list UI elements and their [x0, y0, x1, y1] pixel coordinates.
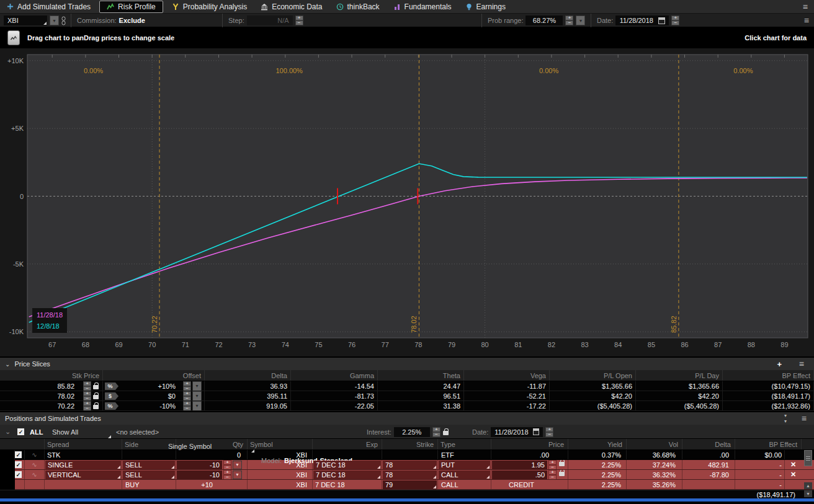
strike-dropdown[interactable]: 78 — [383, 471, 437, 479]
tab-economic-data[interactable]: Economic Data — [254, 0, 329, 14]
offset-stepper[interactable]: +− — [183, 381, 191, 391]
menu-icon[interactable]: ≡ — [799, 361, 804, 367]
qty-stepper[interactable]: +− — [223, 470, 231, 479]
prob-range-dropdown-arrow[interactable]: ▼ — [576, 15, 585, 25]
prob-range-stepper[interactable]: +− — [565, 15, 573, 25]
menu-icon[interactable]: ≡ — [803, 4, 814, 10]
risk-chart-svg[interactable]: +10K+5K0-5K-10K6768697071727374757677787… — [0, 48, 814, 356]
strike-dropdown[interactable]: 78 — [383, 461, 437, 469]
stk-price-stepper[interactable]: +− — [83, 401, 91, 410]
qty-input[interactable]: -10 — [177, 471, 222, 479]
show-all-dropdown[interactable]: Show All — [52, 425, 112, 439]
row-select-cell[interactable] — [0, 450, 15, 460]
offset-dropdown-arrow[interactable]: ▼ — [192, 391, 202, 400]
strike-input[interactable]: 79 — [383, 480, 437, 489]
spread-cell[interactable]: VERTICAL — [45, 470, 122, 479]
type-cell[interactable]: CALL — [438, 470, 491, 479]
commission-dropdown[interactable]: Commission: Exclude — [71, 14, 814, 27]
symbol-dropdown-arrow[interactable]: ▼ — [50, 15, 59, 25]
symbol-mode-dropdown[interactable]: Single Symbol — [168, 439, 255, 453]
row-checkbox[interactable]: ✓ — [15, 451, 22, 458]
collapse-chevron-icon[interactable]: ⌄ — [5, 425, 11, 439]
qty-dropdown-arrow[interactable]: ▼ — [233, 461, 242, 469]
type-dropdown[interactable]: CALL — [439, 471, 490, 479]
row-select-cell[interactable] — [0, 480, 15, 490]
offset-mode-badge[interactable]: % — [105, 382, 115, 390]
scroll-down-button[interactable]: ▼ — [804, 490, 812, 497]
lock-icon[interactable] — [443, 431, 449, 435]
tab-earnings[interactable]: Earnings — [458, 0, 512, 14]
risk-profile-chart[interactable]: +10K+5K0-5K-10K6768697071727374757677787… — [0, 48, 814, 356]
exp-dropdown[interactable]: 7 DEC 18 — [313, 471, 381, 479]
strike-cell[interactable]: 79 — [382, 480, 438, 489]
lock-icon[interactable] — [93, 405, 99, 409]
row-select-cell[interactable] — [0, 460, 15, 470]
chart-style-button[interactable] — [7, 30, 20, 45]
exp-cell[interactable]: 7 DEC 18 — [313, 470, 382, 479]
offset-stepper[interactable]: +− — [183, 391, 191, 400]
add-slice-icon[interactable]: + — [777, 360, 782, 369]
scroll-up-button[interactable]: ▲ — [804, 482, 812, 489]
qty-dropdown-arrow[interactable]: ▼ — [233, 471, 242, 479]
positions-date-input[interactable]: 11/28/2018 — [491, 427, 543, 437]
menu-icon[interactable]: ≡ — [802, 415, 807, 422]
interest-input[interactable]: 2.25% — [394, 427, 430, 437]
spread-dropdown[interactable]: SINGLE — [45, 461, 121, 469]
calendar-icon[interactable] — [533, 428, 540, 435]
symbol-input[interactable]: XBI — [4, 15, 47, 25]
lock-icon[interactable] — [559, 472, 565, 476]
select-all-checkbox[interactable]: ✓ — [17, 425, 24, 439]
calendar-icon[interactable] — [658, 17, 665, 24]
tab-fundamentals[interactable]: Fundamentals — [387, 0, 458, 14]
row-checkbox[interactable]: ✓ — [15, 461, 22, 468]
lock-icon[interactable] — [93, 395, 99, 399]
symbol-combo[interactable]: XBI ▼ — [4, 14, 59, 27]
offset-dropdown-arrow[interactable]: ▼ — [192, 381, 202, 391]
offset-dropdown-arrow[interactable]: ▼ — [192, 401, 202, 410]
tab-risk-profile[interactable]: Risk Profile — [99, 1, 163, 13]
spread-cell[interactable]: SINGLE — [45, 460, 122, 469]
interest-stepper[interactable]: +− — [432, 427, 441, 437]
positions-date-stepper[interactable]: +− — [545, 427, 553, 437]
strike-cell[interactable]: 78 — [382, 470, 438, 479]
stk-price-stepper[interactable]: +− — [83, 391, 91, 400]
lock-icon[interactable] — [93, 385, 99, 389]
collapse-chevron-icon[interactable]: ⌄ — [5, 361, 10, 368]
qty-input[interactable]: -10 — [177, 461, 222, 469]
tab-add-simulated-trades[interactable]: Add Simulated Trades — [0, 0, 97, 14]
qty-stepper[interactable]: +− — [223, 460, 231, 469]
date-stepper[interactable]: +− — [671, 15, 679, 25]
side-dropdown[interactable]: SELL — [123, 471, 175, 479]
offset-mode-badge[interactable]: $ — [105, 392, 115, 400]
exp-dropdown[interactable]: 7 DEC 18 — [313, 461, 381, 469]
date-input[interactable]: 11/28/2018 — [615, 15, 669, 25]
step-input[interactable]: N/A — [247, 15, 293, 25]
side-dropdown[interactable]: SELL — [123, 461, 175, 469]
menu-icon[interactable]: ≡ — [804, 17, 809, 24]
row-select-cell[interactable] — [0, 470, 15, 480]
toolbar-menu[interactable]: ≡ — [804, 14, 809, 27]
stk-price-stepper[interactable]: +− — [83, 381, 91, 391]
offset-mode-badge[interactable]: % — [105, 402, 115, 410]
price-input[interactable]: .50 — [492, 471, 547, 479]
side-cell[interactable]: BUY — [122, 480, 176, 489]
side-cell[interactable]: SELL — [122, 460, 176, 469]
tab-thinkback[interactable]: thinkBack — [329, 0, 387, 14]
exp-cell[interactable]: 7 DEC 18 — [313, 460, 382, 469]
delete-cell[interactable]: ✕ — [785, 470, 802, 479]
prob-range-input[interactable]: 68.27% — [526, 15, 563, 25]
delete-trade-icon[interactable]: ✕ — [790, 471, 796, 479]
vertical-scrollbar[interactable]: ▲ ▼ — [803, 450, 813, 497]
collapse-all-icon[interactable]: ▾▾ — [784, 413, 787, 424]
row-checkbox[interactable]: ✓ — [15, 471, 22, 478]
spread-dropdown[interactable]: VERTICAL — [45, 471, 121, 479]
side-cell[interactable]: SELL — [122, 470, 176, 479]
type-cell[interactable]: PUT — [438, 460, 491, 469]
step-stepper[interactable]: +− — [295, 15, 303, 25]
strike-cell[interactable]: 78 — [382, 460, 438, 469]
offset-stepper[interactable]: +− — [183, 401, 191, 410]
scrollbar-thumb[interactable] — [804, 450, 812, 466]
lock-icon[interactable] — [559, 462, 565, 466]
tab-probability-analysis[interactable]: Probability Analysis — [165, 0, 254, 14]
price-stepper[interactable]: +− — [548, 470, 557, 479]
